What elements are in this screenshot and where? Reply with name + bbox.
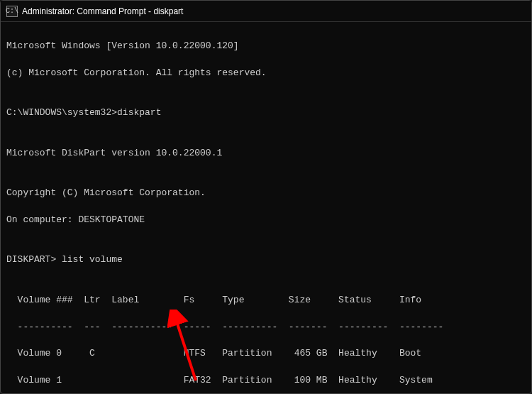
table-divider: ---------- --- ----------- ----- -------… xyxy=(6,321,526,334)
output-line: Copyright (C) Microsoft Corporation. xyxy=(6,187,526,200)
output-line: Microsoft DiskPart version 10.0.22000.1 xyxy=(6,147,526,160)
cmd-icon: C:\ xyxy=(6,6,18,17)
table-row: Volume 1 FAT32 Partition 100 MB Healthy … xyxy=(6,374,526,388)
table-row: Volume 0 C NTFS Partition 465 GB Healthy… xyxy=(6,347,526,361)
window-title: Administrator: Command Prompt - diskpart xyxy=(22,6,183,16)
titlebar[interactable]: C:\ Administrator: Command Prompt - disk… xyxy=(1,1,531,22)
output-line: (c) Microsoft Corporation. All rights re… xyxy=(6,67,526,80)
terminal-output[interactable]: Microsoft Windows [Version 10.0.22000.12… xyxy=(1,22,531,394)
output-line: On computer: DESKTOPATONE xyxy=(6,214,526,227)
command-line: DISKPART> list volume xyxy=(6,253,526,267)
table-header: Volume ### Ltr Label Fs Type Size Status… xyxy=(6,294,526,307)
output-line: Microsoft Windows [Version 10.0.22000.12… xyxy=(6,40,526,53)
command-prompt-window: C:\ Administrator: Command Prompt - disk… xyxy=(0,0,532,394)
command-line: C:\WINDOWS\system32>diskpart xyxy=(6,106,526,120)
